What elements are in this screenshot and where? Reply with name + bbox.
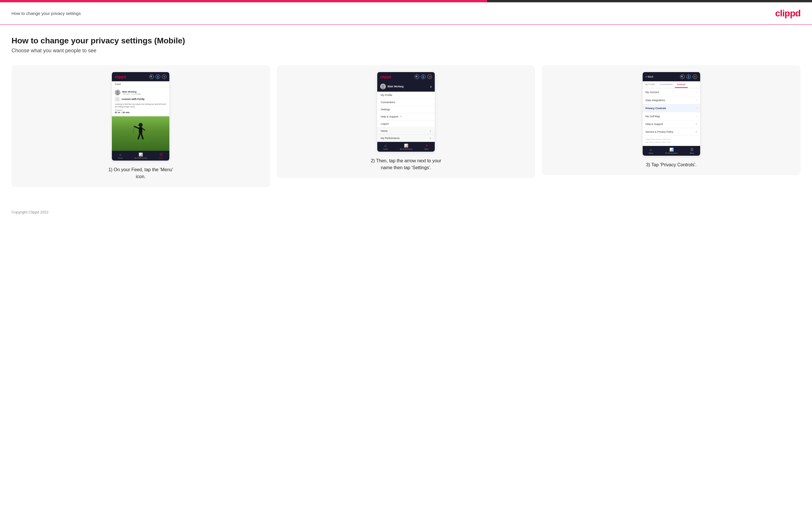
main-content: How to change your privacy settings (Mob… xyxy=(0,25,812,204)
svg-line-8 xyxy=(141,133,143,139)
svg-point-3 xyxy=(139,123,143,127)
phone3-header: < Back 🔍 👤 ⚙ xyxy=(643,72,700,81)
settings-tabs: My Profile Connections Settings xyxy=(643,81,700,88)
version-info: Clippd Client Version: 2022.8.3-3 GQL Se… xyxy=(643,136,700,146)
phone2-icons: 🔍 👤 ⚙ xyxy=(415,74,432,79)
settings-item-account: My Account › xyxy=(643,88,700,96)
step-1-caption: 1) On your Feed, tap the 'Menu' icon. xyxy=(103,166,178,180)
step-2-caption: 2) Then, tap the arrow next to your name… xyxy=(369,157,443,171)
nav-home: ⌂ Home xyxy=(118,153,122,159)
nav2-home: ⌂ Home xyxy=(383,144,388,150)
phone1-icons: 🔍 👤 ⚙ xyxy=(149,74,166,79)
settings-icon-3: ⚙ xyxy=(693,74,697,79)
phone1-header: clippd 🔍 👤 ⚙ xyxy=(112,72,169,81)
settings-item-help: Help & Support ↗ xyxy=(643,120,700,128)
settings-icon: ⚙ xyxy=(162,74,166,79)
feed-desc: Looking to feel like my hands are exitin… xyxy=(115,103,166,108)
svg-line-6 xyxy=(142,128,145,130)
svg-point-1 xyxy=(117,91,119,93)
nav3-home: ⌂ Home xyxy=(648,148,653,154)
profile-icon: 👤 xyxy=(156,74,160,79)
nav3-menu: ☰ Menu xyxy=(690,148,694,154)
lesson-title: Lesson with Fordy xyxy=(121,98,145,101)
step-3-caption: 3) Tap 'Privacy Controls'. xyxy=(646,161,697,168)
menu-expand-arrow: ∧ xyxy=(430,85,432,88)
tab-connections: Connections xyxy=(657,81,674,88)
top-accent-bar xyxy=(0,0,812,2)
menu-section-home: Home ∨ xyxy=(377,127,435,135)
phone-mockup-2: clippd 🔍 👤 ⚙ xyxy=(377,72,435,152)
phone1-logo: clippd xyxy=(115,75,125,79)
settings-item-golf-bag: My Golf Bag › xyxy=(643,112,700,120)
phone3-icons: 🔍 👤 ⚙ xyxy=(680,74,697,79)
phone-mockup-3: < Back 🔍 👤 ⚙ My Profile Connections Sett… xyxy=(643,72,700,156)
phone3-bottom-nav: ⌂ Home 📊 My Performance ☰ Menu xyxy=(643,146,700,156)
duration-label: Duration xyxy=(115,109,166,111)
phone2-header: clippd 🔍 👤 ⚙ xyxy=(377,72,435,81)
steps-container: clippd 🔍 👤 ⚙ Feed xyxy=(11,65,801,187)
phone1-bottom-nav: ⌂ Home 📊 My Performance ☰ Menu xyxy=(112,151,169,161)
page-footer: Copyright Clippd 2022 xyxy=(0,204,812,220)
menu-user-row: Blair McHarg ∧ xyxy=(377,81,435,92)
settings-item-service: Service & Privacy Policy ↗ xyxy=(643,128,700,136)
search-icon: 🔍 xyxy=(149,74,154,79)
lesson-icon: 📋 xyxy=(115,97,120,102)
tab-my-profile: My Profile xyxy=(643,81,658,88)
golf-image xyxy=(112,116,169,151)
page-subtitle: Choose what you want people to see xyxy=(11,48,801,54)
search-icon-2: 🔍 xyxy=(415,74,419,79)
menu-overlay: My Profile Connections Settings Help & S… xyxy=(377,92,435,142)
svg-rect-4 xyxy=(139,127,142,133)
settings-list: My Account › Data Integrations › Privacy… xyxy=(643,88,700,136)
menu-user-name: Blair McHarg xyxy=(388,85,404,88)
settings-item-integrations: Data Integrations › xyxy=(643,96,700,104)
menu-item-logout: Logout xyxy=(377,120,435,127)
svg-point-13 xyxy=(382,87,385,89)
settings-item-privacy: Privacy Controls › xyxy=(643,104,700,112)
step-3: < Back 🔍 👤 ⚙ My Profile Connections Sett… xyxy=(542,65,801,175)
menu-item-settings: Settings xyxy=(377,106,435,113)
phone2-bottom-nav: ⌂ Home 📊 My Performance ✕ Menu xyxy=(377,142,435,152)
svg-line-7 xyxy=(138,133,140,139)
menu-item-help: Help & Support ↗ xyxy=(377,113,435,120)
menu-item-connections: Connections xyxy=(377,99,435,106)
page-title: How to change your privacy settings (Mob… xyxy=(11,36,801,45)
copyright: Copyright Clippd 2022 xyxy=(11,210,49,214)
phone2-logo: clippd xyxy=(380,75,391,79)
nav2-performance: 📊 My Performance xyxy=(400,144,412,150)
back-label: < Back xyxy=(646,75,654,78)
menu-avatar xyxy=(380,83,386,89)
phone-mockup-1: clippd 🔍 👤 ⚙ Feed xyxy=(112,72,169,161)
feed-user-sub: Yesterday · Sunningdale xyxy=(122,93,141,95)
feed-user-name: Blair McHarg xyxy=(122,91,141,93)
tab-settings: Settings xyxy=(675,81,688,88)
svg-point-12 xyxy=(382,85,384,87)
logo: clippd xyxy=(775,8,801,19)
profile-icon-3: 👤 xyxy=(687,74,691,79)
feed-avatar xyxy=(115,90,120,95)
svg-line-9 xyxy=(133,126,134,133)
svg-line-5 xyxy=(134,126,139,128)
phone1-feed-tab: Feed xyxy=(112,81,169,87)
nav2-menu: ✕ Menu xyxy=(424,144,429,150)
phone1-feed-item: Blair McHarg Yesterday · Sunningdale 📋 L… xyxy=(112,87,169,116)
menu-item-profile: My Profile xyxy=(377,92,435,99)
profile-icon-2: 👤 xyxy=(421,74,425,79)
duration-value: 01 hr : 30 min xyxy=(115,111,166,114)
nav-performance: 📊 My Performance xyxy=(135,153,147,159)
header-title: How to change your privacy settings xyxy=(11,11,81,16)
step-1: clippd 🔍 👤 ⚙ Feed xyxy=(11,65,270,187)
step-2: clippd 🔍 👤 ⚙ xyxy=(277,65,536,178)
page-header: How to change your privacy settings clip… xyxy=(0,2,812,25)
menu-section-performance: My Performance ∨ xyxy=(377,135,435,142)
settings-icon-2: ⚙ xyxy=(427,74,432,79)
svg-point-2 xyxy=(116,93,119,95)
search-icon-3: 🔍 xyxy=(680,74,684,79)
nav-menu: ☰ Menu xyxy=(159,153,163,159)
nav3-performance: 📊 My Performance xyxy=(665,148,678,154)
